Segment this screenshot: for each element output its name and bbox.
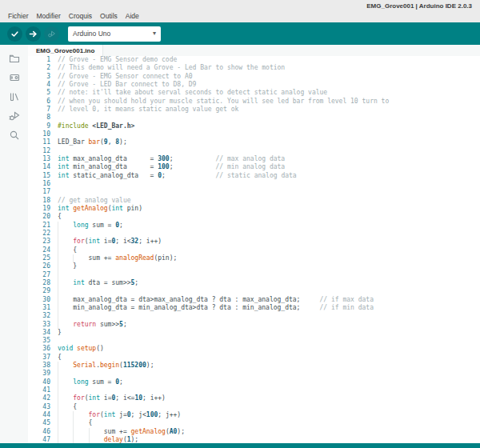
menu-item-outils[interactable]: Outils (100, 12, 118, 20)
line-number: 37 (28, 354, 50, 362)
line-number: 11 (28, 138, 50, 146)
code-line: 35 (28, 337, 480, 345)
indent-guide (58, 271, 58, 279)
code-line: 38 Serial.begin(115200); (28, 362, 480, 370)
code-line: 8 (28, 114, 480, 122)
indent-guide (58, 262, 58, 270)
line-number: 17 (28, 188, 50, 196)
line-number: 26 (28, 262, 50, 270)
line-content: min_analog_dta = min_analog_dta>dta ? dt… (50, 304, 480, 312)
code-line: 5// note: it'll take about serval second… (28, 89, 480, 97)
code-line: 20{ (28, 213, 480, 221)
line-content: return sum>>5; (50, 321, 480, 329)
line-number: 30 (28, 296, 50, 304)
line-content (50, 312, 480, 320)
sidebar-item-search[interactable] (7, 128, 21, 142)
sidebar-item-sketchbook[interactable] (7, 51, 21, 65)
code-line: 12 (28, 147, 480, 155)
indent-guide (58, 246, 58, 254)
menu-item-croquis[interactable]: Croquis (69, 12, 92, 20)
line-content: } (50, 262, 480, 270)
code-line: 6// when you should hold your muscle sta… (28, 98, 480, 106)
indent-guide (58, 362, 58, 370)
code-line: 13int max_analog_dta = 300; // max analo… (28, 155, 480, 163)
line-content: // level 0, it means static analog value… (50, 106, 480, 114)
line-content: // Grove - LED Bar connect to D8, D9 (50, 81, 480, 89)
line-number: 25 (28, 254, 50, 262)
chevron-down-icon: ▾ (153, 30, 156, 37)
sidebar-item-library-manager[interactable] (7, 90, 21, 103)
indent-guide (58, 411, 58, 419)
arduino-ide-window: EMG_Grove001 | Arduino IDE 2.0.3 Fichier… (0, 0, 480, 448)
code-line: 31 min_analog_dta = min_analog_dta>dta ?… (28, 304, 480, 312)
line-number: 9 (28, 122, 50, 130)
sidebar-item-debug[interactable] (7, 109, 21, 122)
line-content (50, 337, 480, 345)
line-number: 42 (28, 394, 50, 402)
code-line: 39 (28, 370, 480, 378)
code-line: 15int static_analog_dta = 0; // static a… (28, 172, 480, 180)
line-content: { (50, 403, 480, 411)
code-line: 1// Grove - EMG Sensor demo code (28, 56, 480, 64)
menu-item-fichier[interactable]: Fichier (8, 12, 29, 20)
sketchbook-folder-icon (8, 52, 21, 65)
code-line: 32 (28, 312, 480, 320)
line-number: 19 (28, 205, 50, 213)
line-content (50, 114, 480, 122)
indent-guide (58, 419, 58, 427)
indent-guide (58, 370, 58, 378)
line-content: int getAnalog(int pin) (50, 205, 480, 213)
boards-manager-icon (8, 71, 21, 84)
code-line: 14int min_analog_dta = 100; // min analo… (28, 163, 480, 171)
code-line: 3// Grove - EMG Sensor connect to A0 (28, 73, 480, 81)
line-number: 20 (28, 213, 50, 221)
line-number: 22 (28, 230, 50, 238)
menu-item-aide[interactable]: Aide (126, 12, 139, 20)
indent-guide (58, 403, 58, 411)
line-content (50, 370, 480, 378)
indent-guide (58, 279, 58, 287)
line-content (50, 271, 480, 279)
line-content (50, 287, 480, 295)
window-title: EMG_Grove001 | Arduino IDE 2.0.3 (366, 2, 472, 10)
code-line: 42 for(int i=0; i<=10; i++) (28, 394, 480, 402)
code-line: 16 (28, 180, 480, 188)
line-number: 41 (28, 386, 50, 394)
tab-emg-grove001[interactable]: EMG_Grove001.ino (28, 45, 103, 56)
start-debugging-button[interactable] (44, 26, 59, 42)
code-editor[interactable]: 1// Grove - EMG Sensor demo code2// This… (28, 56, 480, 448)
menu-bar: FichierModifierCroquisOutilsAide (8, 12, 139, 20)
indent-guide (73, 254, 74, 262)
verify-button[interactable] (7, 26, 22, 42)
line-content: for(int i=0; i<32; i++) (50, 238, 480, 246)
line-content: long sum = 0; (50, 222, 480, 230)
line-number: 23 (28, 238, 50, 246)
line-content: Serial.begin(115200); (50, 362, 480, 370)
board-selector[interactable]: Arduino Uno ▾ (68, 26, 161, 42)
line-content: int static_analog_dta = 0; // static ana… (50, 172, 480, 180)
indent-guide (58, 238, 58, 246)
menu-item-modifier[interactable]: Modifier (37, 12, 61, 20)
activity-sidebar (0, 45, 28, 448)
line-number: 43 (28, 403, 50, 411)
line-content: for(int j=0; j<100; j++) (50, 411, 480, 419)
line-number: 1 (28, 56, 50, 64)
code-line: 44 for(int j=0; j<100; j++) (28, 411, 480, 419)
indent-guide (89, 428, 90, 436)
code-line: 19int getAnalog(int pin) (28, 205, 480, 213)
indent-guide (73, 428, 74, 436)
line-number: 27 (28, 271, 50, 279)
line-content: } (50, 329, 480, 337)
line-number: 5 (28, 89, 50, 97)
code-line: 37{ (28, 354, 480, 362)
debugger-icon (8, 110, 21, 122)
line-number: 28 (28, 279, 50, 287)
editor-area: EMG_Grove001.ino 1// Grove - EMG Sensor … (28, 45, 480, 448)
sidebar-item-boards-manager[interactable] (7, 70, 21, 84)
line-content: int min_analog_dta = 100; // min analog … (50, 163, 480, 171)
line-number: 35 (28, 337, 50, 345)
line-content (50, 386, 480, 394)
line-number: 13 (28, 155, 50, 163)
code-line: 43 { (28, 403, 480, 411)
upload-button[interactable] (26, 26, 41, 42)
